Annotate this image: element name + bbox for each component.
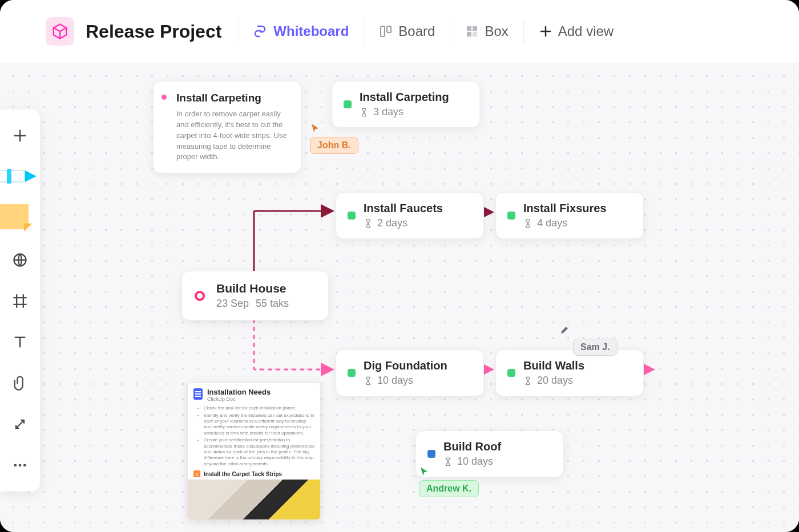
svg-rect-1	[387, 26, 391, 33]
hourglass-icon	[360, 108, 369, 117]
status-dot-icon	[162, 95, 167, 100]
hourglass-icon	[443, 457, 453, 466]
svg-rect-2	[467, 26, 471, 31]
box-icon	[465, 25, 479, 38]
board-icon	[379, 25, 393, 38]
tab-label: Box	[485, 23, 508, 39]
svg-point-8	[19, 464, 22, 467]
hourglass-icon	[364, 376, 373, 385]
svg-point-9	[23, 464, 26, 467]
doc-title: Installation Needs	[207, 388, 271, 396]
task-title: Install Faucets	[364, 202, 471, 215]
doc-card-installation-needs[interactable]: Installation Needs ClickUp Doc Check the…	[187, 382, 321, 520]
app-header: Release Project Whiteboard Board Box Add…	[0, 0, 799, 63]
status-ring-icon	[195, 291, 205, 301]
plus-icon	[539, 25, 552, 38]
task-title: Install Fixsures	[523, 202, 631, 215]
doc-preview-text: Check the task list for each installatio…	[193, 405, 314, 467]
whiteboard-canvas[interactable]: Install Carpeting In order to remove car…	[0, 63, 799, 532]
task-title: Build Walls	[523, 359, 631, 372]
task-title: Dig Foundation	[364, 359, 471, 372]
task-duration: 2 days	[364, 217, 471, 229]
task-card-install-carpeting[interactable]: Install Carpeting 3 days	[332, 81, 480, 128]
root-meta: 23 Sep55 taks	[216, 298, 314, 310]
status-icon	[344, 100, 352, 108]
doc-section-heading: 1 Install the Carpet Tack Strips	[193, 470, 314, 477]
cursor-andrew: Andrew K.	[419, 466, 479, 497]
note-title: Install Carpeting	[176, 92, 288, 104]
tab-box[interactable]: Box	[450, 14, 523, 48]
task-title: Install Carpeting	[360, 91, 467, 104]
status-icon	[348, 212, 356, 220]
tool-add[interactable]	[7, 123, 33, 148]
task-card-install-fixtures[interactable]: Install Fixsures 4 days	[495, 192, 644, 239]
view-tabs: Whiteboard Board Box Add view	[239, 0, 628, 63]
cursor-label: Andrew K.	[419, 480, 479, 497]
task-card-build-walls[interactable]: Build Walls 20 days	[495, 350, 644, 396]
task-duration: 3 days	[360, 106, 467, 118]
task-card-install-faucets[interactable]: Install Faucets 2 days	[336, 192, 484, 239]
doc-subtitle: ClickUp Doc	[207, 396, 271, 402]
tool-attachment[interactable]	[7, 371, 33, 396]
status-icon	[507, 212, 515, 220]
note-body: In order to remove carpet easily and eff…	[176, 109, 288, 163]
tool-pen[interactable]	[0, 166, 40, 186]
whiteboard-icon	[254, 25, 268, 38]
status-icon	[427, 450, 435, 458]
hourglass-icon	[523, 376, 532, 385]
tool-connector[interactable]	[7, 412, 33, 437]
task-duration: 20 days	[523, 375, 631, 387]
tool-web[interactable]	[7, 247, 33, 273]
tool-frame[interactable]	[7, 289, 33, 314]
hourglass-icon	[523, 219, 532, 228]
task-duration: 4 days	[523, 217, 631, 229]
note-card-install-carpeting[interactable]: Install Carpeting In order to remove car…	[153, 81, 301, 173]
tab-label: Whiteboard	[273, 23, 349, 39]
tab-whiteboard[interactable]: Whiteboard	[239, 14, 364, 48]
status-icon	[507, 369, 515, 377]
task-card-dig-foundation[interactable]: Dig Foundation 10 days	[336, 350, 484, 396]
task-title: Build Roof	[443, 440, 551, 453]
doc-icon	[193, 388, 203, 400]
cursor-icon	[419, 466, 429, 477]
cursor-icon	[310, 123, 320, 133]
root-card-build-house[interactable]: Build House 23 Sep55 taks	[181, 271, 329, 320]
add-view-label: Add view	[558, 23, 614, 39]
cursor-label: John B.	[310, 137, 358, 154]
tool-more[interactable]	[7, 453, 33, 478]
tab-board[interactable]: Board	[364, 14, 450, 48]
svg-point-7	[14, 464, 17, 467]
pen-cursor-icon	[559, 325, 570, 335]
toolbox	[0, 109, 40, 492]
svg-rect-4	[467, 32, 471, 36]
task-duration: 10 days	[364, 375, 471, 387]
cursor-sam: Sam J.	[559, 325, 618, 356]
svg-rect-3	[473, 26, 477, 31]
doc-preview-image	[188, 480, 320, 519]
hourglass-icon	[364, 219, 373, 228]
status-icon	[348, 369, 356, 377]
project-title: Release Project	[86, 21, 221, 42]
cursor-label: Sam J.	[573, 339, 618, 356]
svg-rect-5	[473, 32, 477, 36]
root-title: Build House	[216, 282, 314, 295]
svg-rect-0	[381, 26, 385, 36]
project-icon	[46, 17, 74, 46]
tab-label: Board	[398, 23, 435, 39]
cursor-john: John B.	[310, 123, 358, 154]
connectors	[0, 63, 799, 532]
cube-icon	[51, 23, 68, 40]
add-view-button[interactable]: Add view	[524, 14, 628, 48]
tool-sticky-note[interactable]	[0, 204, 40, 232]
tool-text[interactable]	[7, 330, 33, 355]
task-duration: 10 days	[443, 456, 551, 468]
